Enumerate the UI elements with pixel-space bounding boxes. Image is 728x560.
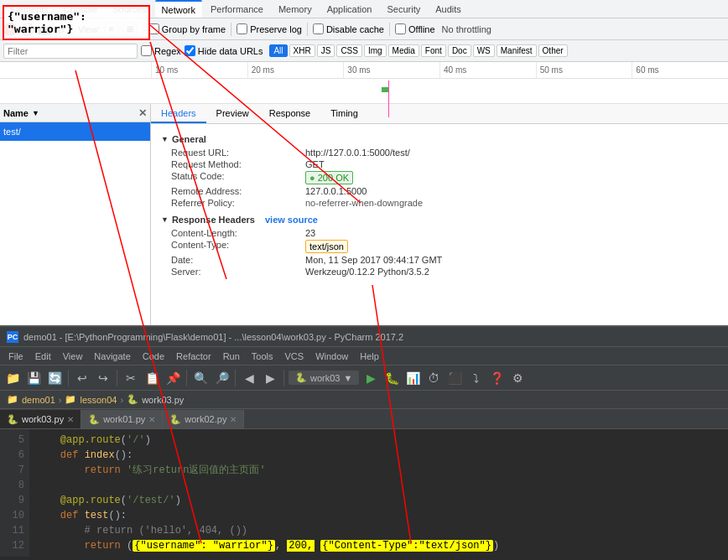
view-source-link[interactable]: view source — [265, 215, 318, 225]
tab-audits[interactable]: Audits — [429, 0, 468, 18]
undo-btn[interactable]: ↩ — [73, 369, 91, 387]
copy-btn[interactable]: 📋 — [143, 369, 161, 387]
open-folder-btn[interactable]: 📁 — [3, 369, 22, 387]
preserve-log-label: Preserve log — [250, 24, 302, 34]
response-headers-section-header: ▼ Response Headers view source — [161, 215, 718, 225]
all-filter-btn[interactable]: All — [269, 44, 287, 57]
redo-btn[interactable]: ↪ — [94, 369, 112, 387]
replace-btn[interactable]: 🔎 — [212, 369, 231, 387]
js-filter-btn[interactable]: JS — [317, 44, 335, 57]
toolbar-sep4 — [235, 370, 236, 386]
request-url-row: Request URL: http://127.0.0.1:5000/test/ — [171, 148, 718, 158]
filter-input[interactable] — [3, 44, 138, 59]
offline-checkbox[interactable] — [395, 23, 406, 34]
img-filter-btn[interactable]: Img — [364, 44, 387, 57]
menu-window[interactable]: Window — [310, 350, 353, 363]
scale-40ms: 40 ms — [439, 62, 536, 78]
scale-20ms: 20 ms — [247, 62, 344, 78]
offline-label: Offline — [408, 24, 435, 34]
menu-vcs[interactable]: VCS — [280, 350, 309, 363]
tab-application[interactable]: Application — [320, 0, 379, 18]
doc-filter-btn[interactable]: Doc — [448, 44, 471, 57]
tab-icon-work01: 🐍 — [88, 414, 100, 425]
menu-tools[interactable]: Tools — [247, 350, 278, 363]
run-config-dropdown[interactable]: 🐍 work03 ▼ — [289, 371, 359, 385]
profile-btn[interactable]: ⏱ — [424, 369, 443, 387]
back-btn[interactable]: ◀ — [240, 369, 258, 387]
sort-icon: ▼ — [32, 109, 39, 117]
settings-btn[interactable]: ⚙ — [508, 369, 527, 387]
detail-tab-headers[interactable]: Headers — [151, 104, 206, 123]
forward-btn[interactable]: ▶ — [261, 369, 279, 387]
breadcrumb-file[interactable]: work03.py — [142, 395, 184, 405]
tab-performance[interactable]: Performance — [204, 0, 270, 18]
scale-60ms: 60 ms — [632, 62, 728, 78]
preserve-log-checkbox[interactable] — [237, 23, 247, 34]
detail-tab-preview[interactable]: Preview — [206, 104, 259, 123]
sync-btn[interactable]: 🔄 — [45, 369, 64, 387]
css-filter-btn[interactable]: CSS — [336, 44, 362, 57]
menu-view[interactable]: View — [58, 350, 88, 363]
help-btn[interactable]: ❓ — [487, 369, 506, 387]
tab-memory[interactable]: Memory — [272, 0, 319, 18]
detail-tab-response[interactable]: Response — [259, 104, 321, 123]
font-filter-btn[interactable]: Font — [421, 44, 446, 57]
coverage-btn[interactable]: 📊 — [403, 369, 422, 387]
regex-checkbox[interactable] — [141, 45, 152, 56]
dropdown-arrow: ▼ — [343, 373, 352, 383]
run-btn[interactable]: ▶ — [361, 369, 380, 387]
ide-tab-work02[interactable]: 🐍 work02.py ✕ — [163, 410, 244, 428]
hide-data-urls-checkbox[interactable] — [185, 45, 195, 56]
search-btn[interactable]: 🔍 — [191, 369, 210, 387]
disable-cache-checkbox[interactable] — [313, 23, 324, 34]
menu-file[interactable]: File — [3, 350, 29, 363]
tab-security[interactable]: Security — [380, 0, 427, 18]
ide-tab-work01[interactable]: 🐍 work01.py ✕ — [81, 410, 163, 428]
ws-filter-btn[interactable]: WS — [473, 44, 495, 57]
close-panel-button[interactable]: ✕ — [138, 107, 147, 119]
menu-edit[interactable]: Edit — [30, 350, 56, 363]
menu-run[interactable]: Run — [218, 350, 245, 363]
cut-btn[interactable]: ✂ — [122, 369, 140, 387]
request-item-name: test/ — [3, 127, 21, 137]
line-num-11: 11 — [3, 523, 24, 538]
code-line-6: def index(): — [36, 448, 721, 463]
referrer-policy-key: Referrer Policy: — [171, 198, 305, 208]
step-over-btn[interactable]: ⤵ — [466, 369, 485, 387]
ide-tabs: 🐍 work03.py ✕ 🐍 work01.py ✕ 🐍 work02.py … — [0, 409, 728, 429]
save-btn[interactable]: 💾 — [24, 369, 43, 387]
stop-btn[interactable]: ⬛ — [445, 369, 464, 387]
ide-breadcrumb: 📁 demo01 › 📁 lesson04 › 🐍 work03.py — [0, 391, 728, 409]
date-row: Date: Mon, 11 Sep 2017 09:44:17 GMT — [171, 255, 718, 265]
paste-btn[interactable]: 📌 — [164, 369, 182, 387]
xhr-filter-btn[interactable]: XHR — [289, 44, 315, 57]
status-code-row: Status Code: ● 200 OK — [171, 171, 718, 184]
tab-icon-work03: 🐍 — [7, 414, 18, 425]
close-tab-work01[interactable]: ✕ — [148, 415, 155, 424]
manifest-filter-btn[interactable]: Manifest — [497, 44, 537, 57]
ide-tab-work03[interactable]: 🐍 work03.py ✕ — [0, 410, 81, 428]
debug-btn[interactable]: 🐛 — [382, 369, 401, 387]
breadcrumb-folder[interactable]: lesson04 — [80, 395, 117, 405]
tab-label-work01: work01.py — [103, 414, 145, 424]
toolbar-separator-3 — [231, 23, 231, 36]
content-length-value: 23 — [305, 228, 315, 238]
timeline-bar-area — [151, 79, 728, 103]
tab-network[interactable]: Network — [155, 0, 202, 18]
content-type-value: text/json — [305, 240, 348, 253]
media-filter-btn[interactable]: Media — [388, 44, 419, 57]
detail-content: ▼ General Request URL: http://127.0.0.1:… — [151, 124, 728, 285]
menu-navigate[interactable]: Navigate — [89, 350, 135, 363]
close-tab-work02[interactable]: ✕ — [230, 415, 237, 424]
remote-address-key: Remote Address: — [171, 186, 305, 196]
request-item-test[interactable]: test/ — [0, 122, 150, 141]
menu-code[interactable]: Code — [138, 350, 169, 363]
response-headers-label: Response Headers — [172, 215, 255, 225]
other-filter-btn[interactable]: Other — [538, 44, 568, 57]
request-method-row: Request Method: GET — [171, 159, 718, 169]
breadcrumb-project[interactable]: demo01 — [22, 395, 55, 405]
menu-refactor[interactable]: Refactor — [171, 350, 216, 363]
close-tab-work03[interactable]: ✕ — [67, 415, 74, 424]
detail-tab-timing[interactable]: Timing — [320, 104, 368, 123]
menu-help[interactable]: Help — [355, 350, 384, 363]
